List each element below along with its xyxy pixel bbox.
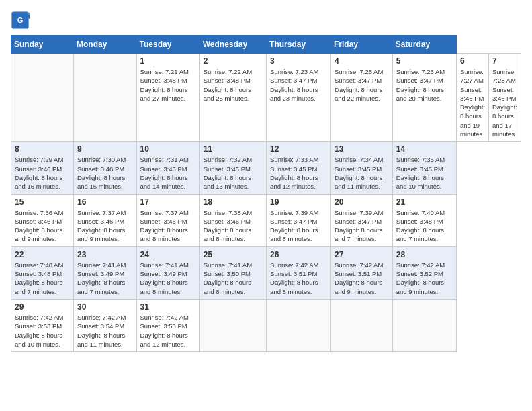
day-info: Sunrise: 7:37 AMSunset: 3:46 PMDaylight:… (140, 208, 196, 244)
logo: G (11, 11, 32, 30)
day-info: Sunrise: 7:26 AMSunset: 3:47 PMDaylight:… (396, 67, 453, 103)
day-number: 4 (335, 56, 389, 66)
day-info: Sunrise: 7:42 AMSunset: 3:51 PMDaylight:… (270, 261, 327, 296)
calendar-cell: 3Sunrise: 7:23 AMSunset: 3:47 PMDaylight… (267, 54, 331, 142)
calendar-cell: 27Sunrise: 7:42 AMSunset: 3:51 PMDayligh… (331, 246, 393, 299)
day-info: Sunrise: 7:28 AMSunset: 3:46 PMDaylight:… (492, 67, 517, 138)
day-info: Sunrise: 7:36 AMSunset: 3:46 PMDaylight:… (15, 208, 70, 244)
day-of-week-header: Sunday (11, 36, 74, 54)
day-number: 28 (396, 250, 453, 259)
calendar-cell: 15Sunrise: 7:36 AMSunset: 3:46 PMDayligh… (11, 194, 74, 246)
calendar-table: SundayMondayTuesdayWednesdayThursdayFrid… (11, 35, 521, 352)
calendar-cell: 13Sunrise: 7:34 AMSunset: 3:45 PMDayligh… (331, 142, 393, 194)
day-number: 10 (140, 144, 196, 154)
page-header: G (11, 11, 521, 30)
calendar-cell (392, 299, 456, 351)
day-number: 24 (140, 250, 196, 259)
day-number: 25 (204, 250, 263, 259)
calendar-cell: 24Sunrise: 7:41 AMSunset: 3:49 PMDayligh… (136, 246, 200, 299)
day-info: Sunrise: 7:37 AMSunset: 3:46 PMDaylight:… (77, 208, 133, 244)
calendar-cell: 1Sunrise: 7:21 AMSunset: 3:48 PMDaylight… (136, 54, 200, 142)
day-number: 9 (77, 144, 133, 154)
day-number: 13 (335, 144, 389, 154)
calendar-week-row: 15Sunrise: 7:36 AMSunset: 3:46 PMDayligh… (11, 194, 521, 246)
calendar-cell (11, 54, 74, 142)
day-number: 17 (140, 197, 196, 207)
calendar-cell: 7Sunrise: 7:28 AMSunset: 3:46 PMDaylight… (488, 54, 521, 142)
day-number: 18 (204, 197, 263, 207)
calendar-cell (331, 299, 393, 351)
day-info: Sunrise: 7:22 AMSunset: 3:48 PMDaylight:… (204, 67, 263, 103)
day-info: Sunrise: 7:41 AMSunset: 3:50 PMDaylight:… (204, 261, 263, 296)
day-info: Sunrise: 7:42 AMSunset: 3:52 PMDaylight:… (396, 261, 453, 296)
calendar-cell: 8Sunrise: 7:29 AMSunset: 3:46 PMDaylight… (11, 142, 74, 194)
calendar-week-row: 8Sunrise: 7:29 AMSunset: 3:46 PMDaylight… (11, 142, 521, 194)
day-number: 21 (396, 197, 453, 207)
day-of-week-header: Monday (73, 36, 136, 54)
calendar-week-row: 1Sunrise: 7:21 AMSunset: 3:48 PMDaylight… (11, 54, 521, 142)
day-number: 30 (77, 302, 133, 312)
day-number: 23 (77, 250, 133, 259)
calendar-cell: 9Sunrise: 7:30 AMSunset: 3:46 PMDaylight… (73, 142, 136, 194)
day-of-week-header: Friday (331, 36, 393, 54)
day-number: 8 (15, 144, 70, 154)
day-of-week-header: Tuesday (136, 36, 200, 54)
calendar-cell: 5Sunrise: 7:26 AMSunset: 3:47 PMDaylight… (392, 54, 456, 142)
svg-text:G: G (17, 16, 24, 24)
day-number: 2 (204, 56, 263, 66)
day-number: 11 (204, 144, 263, 154)
calendar-cell (73, 54, 136, 142)
calendar-cell: 2Sunrise: 7:22 AMSunset: 3:48 PMDaylight… (200, 54, 266, 142)
calendar-week-row: 22Sunrise: 7:40 AMSunset: 3:48 PMDayligh… (11, 246, 521, 299)
day-info: Sunrise: 7:25 AMSunset: 3:47 PMDaylight:… (335, 67, 389, 103)
day-number: 12 (270, 144, 327, 154)
day-number: 15 (15, 197, 70, 207)
calendar-cell: 14Sunrise: 7:35 AMSunset: 3:45 PMDayligh… (392, 142, 456, 194)
day-info: Sunrise: 7:38 AMSunset: 3:46 PMDaylight:… (204, 208, 263, 244)
day-number: 29 (15, 302, 70, 312)
day-info: Sunrise: 7:31 AMSunset: 3:45 PMDaylight:… (140, 155, 196, 191)
day-of-week-header: Saturday (392, 36, 456, 54)
calendar-cell: 26Sunrise: 7:42 AMSunset: 3:51 PMDayligh… (267, 246, 331, 299)
day-info: Sunrise: 7:33 AMSunset: 3:45 PMDaylight:… (270, 155, 327, 191)
calendar-cell: 23Sunrise: 7:41 AMSunset: 3:49 PMDayligh… (73, 246, 136, 299)
day-info: Sunrise: 7:41 AMSunset: 3:49 PMDaylight:… (140, 261, 196, 296)
day-info: Sunrise: 7:29 AMSunset: 3:46 PMDaylight:… (15, 155, 70, 191)
logo-icon: G (11, 11, 30, 30)
calendar-cell: 16Sunrise: 7:37 AMSunset: 3:46 PMDayligh… (73, 194, 136, 246)
calendar-week-row: 29Sunrise: 7:42 AMSunset: 3:53 PMDayligh… (11, 299, 521, 351)
calendar-cell (267, 299, 331, 351)
day-info: Sunrise: 7:42 AMSunset: 3:54 PMDaylight:… (77, 313, 133, 349)
calendar-cell: 22Sunrise: 7:40 AMSunset: 3:48 PMDayligh… (11, 246, 74, 299)
calendar-cell: 11Sunrise: 7:32 AMSunset: 3:45 PMDayligh… (200, 142, 266, 194)
calendar-cell: 12Sunrise: 7:33 AMSunset: 3:45 PMDayligh… (267, 142, 331, 194)
day-number: 27 (335, 250, 389, 259)
calendar-cell: 4Sunrise: 7:25 AMSunset: 3:47 PMDaylight… (331, 54, 393, 142)
calendar-cell: 21Sunrise: 7:40 AMSunset: 3:48 PMDayligh… (392, 194, 456, 246)
day-of-week-header: Thursday (267, 36, 331, 54)
calendar-cell (200, 299, 266, 351)
calendar-cell: 28Sunrise: 7:42 AMSunset: 3:52 PMDayligh… (392, 246, 456, 299)
day-number: 26 (270, 250, 327, 259)
day-info: Sunrise: 7:40 AMSunset: 3:48 PMDaylight:… (15, 261, 70, 296)
day-number: 16 (77, 197, 133, 207)
calendar-header-row: SundayMondayTuesdayWednesdayThursdayFrid… (11, 36, 521, 54)
day-info: Sunrise: 7:40 AMSunset: 3:48 PMDaylight:… (396, 208, 453, 244)
day-number: 31 (140, 302, 196, 312)
day-number: 14 (396, 144, 453, 154)
day-info: Sunrise: 7:39 AMSunset: 3:47 PMDaylight:… (270, 208, 327, 244)
day-info: Sunrise: 7:32 AMSunset: 3:45 PMDaylight:… (204, 155, 263, 191)
calendar-cell: 30Sunrise: 7:42 AMSunset: 3:54 PMDayligh… (73, 299, 136, 351)
calendar-cell: 25Sunrise: 7:41 AMSunset: 3:50 PMDayligh… (200, 246, 266, 299)
day-number: 20 (335, 197, 389, 207)
calendar-cell: 18Sunrise: 7:38 AMSunset: 3:46 PMDayligh… (200, 194, 266, 246)
day-info: Sunrise: 7:34 AMSunset: 3:45 PMDaylight:… (335, 155, 389, 191)
day-number: 6 (460, 56, 485, 66)
day-number: 7 (492, 56, 517, 66)
day-info: Sunrise: 7:21 AMSunset: 3:48 PMDaylight:… (140, 67, 196, 103)
day-of-week-header: Wednesday (200, 36, 266, 54)
day-info: Sunrise: 7:27 AMSunset: 3:46 PMDaylight:… (460, 67, 485, 138)
day-info: Sunrise: 7:41 AMSunset: 3:49 PMDaylight:… (77, 261, 133, 296)
day-info: Sunrise: 7:30 AMSunset: 3:46 PMDaylight:… (77, 155, 133, 191)
day-number: 5 (396, 56, 453, 66)
